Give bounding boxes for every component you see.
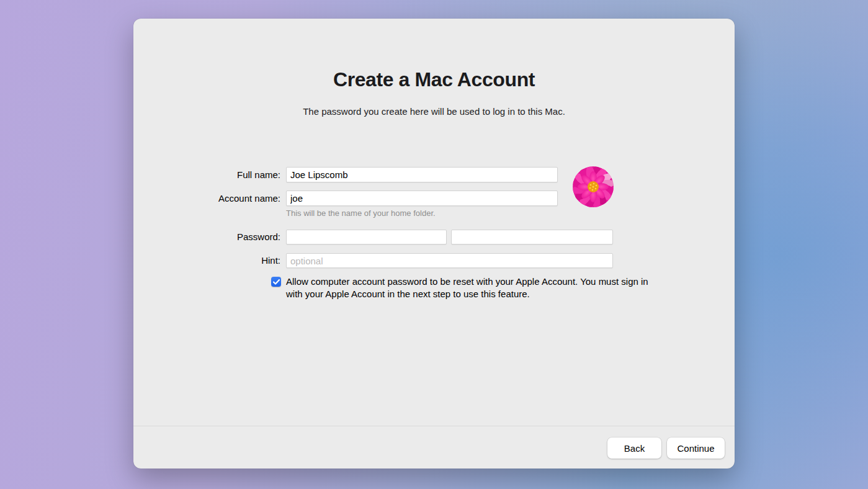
flower-avatar-image (573, 166, 614, 207)
account-name-label: Account name: (133, 191, 280, 206)
password-label: Password: (133, 230, 280, 244)
page-subtitle: The password you create here will be use… (133, 106, 735, 117)
hint-label: Hint: (133, 253, 280, 268)
account-avatar[interactable] (573, 166, 614, 207)
setup-assistant-window: Create a Mac Account The password you cr… (133, 19, 735, 469)
page-title: Create a Mac Account (133, 68, 735, 91)
full-name-label: Full name: (133, 167, 280, 182)
account-name-helper-text: This will be the name of your home folde… (286, 209, 436, 218)
continue-button[interactable]: Continue (667, 437, 725, 459)
verify-password-input[interactable] (451, 230, 613, 244)
hint-input[interactable] (286, 253, 613, 268)
back-button[interactable]: Back (607, 437, 661, 459)
checkmark-icon (273, 279, 280, 285)
account-name-input[interactable] (286, 191, 558, 206)
footer-divider (133, 426, 735, 426)
password-input[interactable] (286, 230, 447, 244)
full-name-input[interactable] (286, 167, 558, 182)
reset-password-checkbox[interactable] (271, 277, 281, 287)
reset-password-checkbox-label[interactable]: Allow computer account password to be re… (286, 276, 666, 300)
